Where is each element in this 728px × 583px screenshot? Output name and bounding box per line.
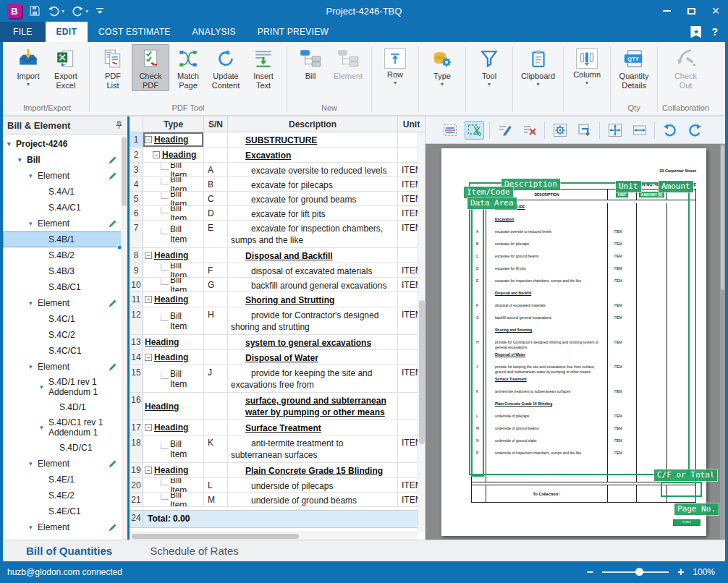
grid-row-2[interactable]: 2−HeadingExcavation <box>130 148 425 163</box>
sn-cell[interactable]: F <box>204 263 228 278</box>
grid-hscroll-thumb[interactable] <box>132 534 299 539</box>
description-cell[interactable]: Plain Concrete Grade 15 Blinding <box>228 463 398 478</box>
pdf-list-button[interactable]: PDF List <box>94 44 132 91</box>
edit-pencil-icon[interactable] <box>108 219 117 229</box>
row-number[interactable]: 6 <box>130 206 143 221</box>
row-number[interactable]: 3 <box>130 163 143 177</box>
tree-item-s-4e-1[interactable]: S.4E/1 <box>3 472 127 488</box>
row-number[interactable]: 12 <box>130 307 143 335</box>
type-button[interactable]: Type ▾ <box>423 44 461 88</box>
tree-item-element[interactable]: ▾Element <box>3 456 127 472</box>
customize-quick-access-button[interactable] <box>96 7 104 15</box>
check-pdf-button[interactable]: Check PDF <box>132 44 169 91</box>
mark-area-icon[interactable] <box>440 121 460 140</box>
sn-cell[interactable] <box>204 350 228 365</box>
type-cell[interactable]: Bill Item <box>143 365 204 393</box>
description-cell[interactable]: Disposal of Water <box>228 350 398 365</box>
tree-item-element[interactable]: ▾Element <box>3 295 127 311</box>
tab-schedule-of-rates[interactable]: Schedule of Rates <box>150 545 239 557</box>
tool-button[interactable]: Tool ▾ <box>470 44 508 88</box>
sn-cell[interactable]: E <box>204 221 228 248</box>
viewer-scrollbar-thumb[interactable] <box>721 145 724 290</box>
edit-pencil-icon[interactable] <box>108 523 117 532</box>
row-number[interactable]: 11 <box>130 292 143 307</box>
grid-row-11[interactable]: 11−HeadingShoring and Strutting <box>130 292 425 307</box>
row-number[interactable]: 13 <box>130 335 143 350</box>
tree-item-s-4d-c1-rev-1[interactable]: ▾S.4D/C1 rev 1 Addendum 1 <box>3 415 127 440</box>
save-button[interactable] <box>29 5 41 17</box>
grid-row-14[interactable]: 14−HeadingDisposal of Water <box>130 350 425 365</box>
new-element-button[interactable]: Element <box>329 44 367 82</box>
fit-page-icon[interactable] <box>605 121 625 140</box>
data-area-region[interactable] <box>469 182 690 475</box>
tree-item-s-4b-1[interactable]: S.4B/1 <box>3 231 127 247</box>
redo-dropdown-caret[interactable]: ▾ <box>85 8 88 14</box>
tree-expand-caret-icon[interactable]: ▾ <box>29 220 38 227</box>
import-button[interactable]: Import ▾ <box>9 44 47 88</box>
type-cell[interactable]: Bill Item <box>143 263 204 278</box>
delete-area-icon[interactable] <box>520 121 539 140</box>
row-number[interactable]: 17 <box>130 420 143 435</box>
new-bill-button[interactable]: Bill <box>292 44 329 82</box>
description-cell[interactable]: SUBSTRUCTURE <box>228 132 398 148</box>
close-button[interactable]: × <box>703 0 728 22</box>
grid-row-10[interactable]: 10Bill ItemGbackfill around general exca… <box>130 278 425 292</box>
row-number[interactable]: 4 <box>130 177 143 192</box>
grid-row-9[interactable]: 9Bill ItemFdisposal of excavated materia… <box>130 263 425 278</box>
description-cell[interactable]: Shoring and Strutting <box>228 292 398 307</box>
collapse-icon[interactable]: − <box>145 252 152 259</box>
tab-analysis[interactable]: ANALYSIS <box>182 22 247 42</box>
type-cell[interactable]: Bill Item <box>143 163 204 177</box>
description-cell[interactable]: backfill around general excavations <box>228 278 398 292</box>
pin-icon[interactable] <box>115 121 123 129</box>
type-cell[interactable]: Heading <box>143 335 204 350</box>
clipboard-button[interactable]: Clipboard ▾ <box>517 44 559 88</box>
description-cell[interactable]: provide for Contractor's designed shorin… <box>228 307 398 335</box>
grid-row-20[interactable]: 20Bill ItemLunderside of pilecapsITEM <box>130 478 425 493</box>
description-cell[interactable]: excavate for ground beams <box>228 192 398 206</box>
row-number[interactable]: 14 <box>130 350 143 365</box>
sn-cell[interactable] <box>204 248 228 263</box>
grid-vertical-scrollbar[interactable] <box>418 132 425 532</box>
description-cell[interactable]: system to general excavations <box>228 335 398 350</box>
tree-item-s-4a-c1[interactable]: S.4A/C1 <box>3 200 127 216</box>
sn-cell[interactable] <box>204 132 228 148</box>
tree-expand-caret-icon[interactable]: ▾ <box>18 156 27 163</box>
type-cell[interactable]: Bill Item <box>143 177 204 192</box>
description-cell[interactable]: provide for keeping the site and excavat… <box>228 365 398 393</box>
sidebar-scrollbar[interactable] <box>121 136 127 540</box>
collapse-icon[interactable]: − <box>145 467 152 474</box>
row-number[interactable]: 8 <box>130 248 143 263</box>
sn-cell[interactable] <box>204 148 228 163</box>
sn-cell[interactable]: B <box>204 177 228 192</box>
grid-row-6[interactable]: 6Bill ItemDexcavate for lift pitsITEM <box>130 206 425 221</box>
row-number[interactable]: 1 <box>130 132 143 148</box>
type-cell[interactable]: Bill Item <box>143 493 204 507</box>
col-header-sn[interactable]: S/N <box>204 116 228 132</box>
redo-icon[interactable] <box>685 121 704 140</box>
tree-item-s-4c-1[interactable]: S.4C/1 <box>3 311 127 327</box>
apply-area-icon[interactable] <box>575 121 594 140</box>
sn-cell[interactable]: K <box>204 435 228 463</box>
description-cell[interactable]: excavate for lift pits <box>228 206 398 221</box>
description-cell[interactable]: underside of pilecaps <box>228 478 398 493</box>
edit-area-icon[interactable] <box>495 121 515 140</box>
zoom-slider[interactable] <box>602 571 669 573</box>
row-button[interactable]: Row ▾ <box>376 44 414 87</box>
tab-bill-of-quantities[interactable]: Bill of Quantities <box>26 545 112 557</box>
tree-item-bill[interactable]: ▾Bill <box>3 152 127 168</box>
export-excel-button[interactable]: Export Excel <box>47 44 85 91</box>
grid-row-5[interactable]: 5Bill ItemCexcavate for ground beamsITEM <box>130 192 425 206</box>
type-cell[interactable]: Bill Item <box>143 206 204 221</box>
viewer-scrollbar[interactable] <box>720 144 725 540</box>
tree-expand-caret-icon[interactable]: ▾ <box>40 383 48 391</box>
row-number[interactable]: 16 <box>130 393 143 420</box>
tree-item-s-4e-2[interactable]: S.4E/2 <box>3 488 127 503</box>
grid-row-16[interactable]: 16Headingsurface, ground and subterranea… <box>130 393 425 420</box>
bookmark-icon[interactable]: ★ <box>690 26 701 38</box>
tree-expand-caret-icon[interactable]: ▾ <box>7 140 16 148</box>
zoom-out-button[interactable]: − <box>587 566 593 579</box>
description-cell[interactable]: Excavation <box>228 148 398 163</box>
collapse-icon[interactable]: − <box>145 136 152 143</box>
type-cell[interactable]: Bill Item <box>143 192 204 206</box>
